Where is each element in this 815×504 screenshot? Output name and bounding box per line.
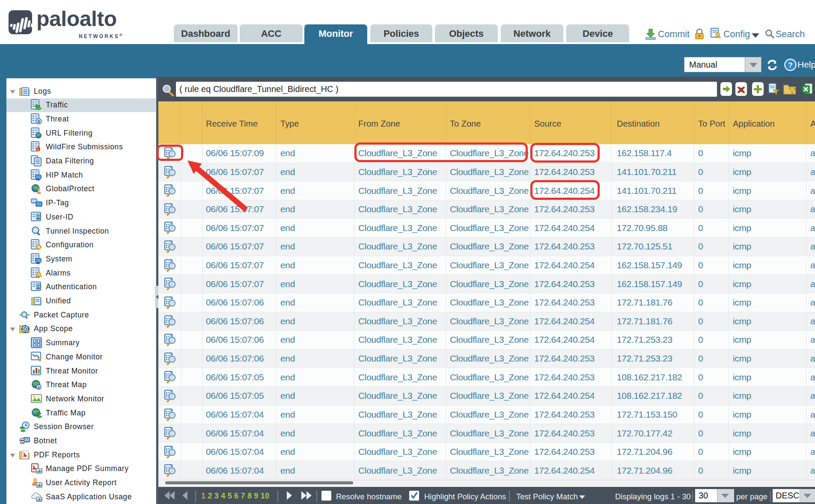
svg-text:x: x	[37, 119, 40, 125]
svg-text:x: x	[38, 385, 40, 390]
svg-text:?: ?	[788, 61, 792, 69]
